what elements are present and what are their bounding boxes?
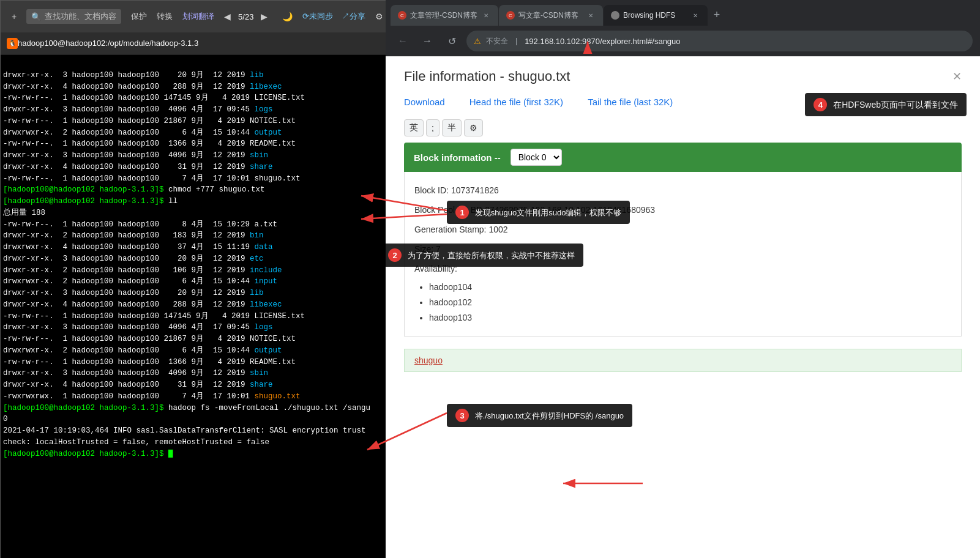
head-file-link[interactable]: Head the file (first 32K) [469, 97, 563, 107]
address-bar[interactable]: ⚠ 不安全 | 192.168.10.102:9870/explorer.htm… [466, 31, 973, 51]
tab-close-1[interactable]: ✕ [481, 10, 491, 20]
browser-window: C 文章管理-CSDN博客 ✕ C 写文章-CSDN博客 ✕ Browsing … [386, 0, 980, 558]
annotation-3-box: 3 将./shuguo.txt文件剪切到HDFS的 /sanguo [447, 404, 632, 427]
ime-toolbar: 英 ; 半 ⚙ [404, 119, 962, 136]
browser-toolbar: ← → ↺ ⚠ 不安全 | 192.168.10.102:9870/explor… [386, 26, 980, 56]
tab-article-manage[interactable]: C 文章管理-CSDN博客 ✕ [391, 5, 498, 26]
terminal-icon: 🐧 [7, 38, 18, 49]
add-tab-button[interactable]: + [7, 9, 21, 24]
forward-button[interactable]: → [417, 31, 437, 51]
share-btn[interactable]: ↗分享 [342, 11, 365, 22]
tab-close-3[interactable]: ✕ [690, 10, 700, 20]
hdfs-favicon [611, 11, 619, 20]
toolbar-translate[interactable]: 划词翻译 [182, 11, 214, 22]
toolbar-convert[interactable]: 转换 [157, 11, 173, 22]
csdn-favicon-2: C [506, 11, 515, 20]
bottom-panel: shuguo [404, 349, 962, 372]
terminal-title-text: hadoop100@hadoop102:/opt/module/hadoop-3… [18, 39, 416, 48]
search-icon: 🔍 [31, 12, 41, 21]
sync-btn[interactable]: ⟳未同步 [302, 11, 333, 22]
close-panel-icon[interactable]: ✕ [952, 70, 962, 83]
ime-semicolon-btn[interactable]: ; [426, 119, 440, 136]
block-select[interactable]: Block 0 [511, 149, 562, 166]
tab-close-2[interactable]: ✕ [586, 10, 596, 20]
file-info-header: File information - shuguo.txt ✕ [404, 69, 962, 84]
node-3: hadoop103 [429, 310, 951, 326]
new-tab-button[interactable]: + [708, 6, 725, 23]
search-placeholder[interactable]: 查找功能、文档内容 [45, 11, 116, 22]
toolbar-protect[interactable]: 保护 [131, 11, 147, 22]
file-info-panel: File information - shuguo.txt ✕ Download… [386, 56, 980, 558]
availability-list: hadoop104 hadoop102 hadoop103 [414, 280, 951, 326]
download-link[interactable]: Download [404, 97, 445, 107]
annotation-1-box: 1 发现shuguo文件刚用sudo编辑，权限不够 [447, 201, 630, 224]
annotation-text-1: 发现shuguo文件刚用sudo编辑，权限不够 [475, 208, 622, 217]
next-page-btn[interactable]: ▶ [256, 9, 272, 24]
node-1: hadoop104 [429, 280, 951, 295]
page-indicator: ◀ 5/23 ▶ [219, 9, 272, 24]
annotation-text-3: 将./shuguo.txt文件剪切到HDFS的 /sanguo [475, 411, 624, 420]
back-button[interactable]: ← [393, 31, 413, 51]
annotation-number-4: 4 [814, 98, 827, 111]
tab-label-1: 文章管理-CSDN博客 [410, 10, 477, 21]
prev-page-btn[interactable]: ◀ [219, 9, 236, 24]
annotation-number-3: 3 [455, 409, 469, 422]
url-text: 192.168.10.102:9870/explorer.html#/sangu… [525, 37, 965, 46]
reload-button[interactable]: ↺ [442, 31, 462, 51]
annotation-number-1: 1 [455, 206, 469, 219]
block-info-label: Block information -- [414, 152, 501, 163]
ime-half-btn[interactable]: 半 [442, 119, 462, 136]
csdn-favicon-1: C [398, 11, 406, 20]
annotation-text-4: 在HDFSweb页面中可以看到文件 [833, 100, 958, 110]
block-info-header: Block information -- Block 0 [404, 143, 962, 172]
file-info-title: File information - shuguo.txt [404, 69, 570, 84]
security-warning: ⚠ [474, 37, 481, 46]
annotation-4-box: 4 在HDFSweb页面中可以看到文件 [805, 93, 967, 116]
node-2: hadoop102 [429, 295, 951, 310]
ime-settings-btn[interactable]: ⚙ [464, 119, 483, 136]
browser-tabs: C 文章管理-CSDN博客 ✕ C 写文章-CSDN博客 ✕ Browsing … [386, 0, 980, 26]
tab-label-3: Browsing HDFS [623, 11, 687, 20]
shuguo-link[interactable]: shuguo [414, 355, 443, 365]
annotation-text-2: 为了方便，直接给所有权限，实战中不推荐这样 [408, 251, 575, 260]
night-mode-btn[interactable]: 🌙 [277, 9, 297, 24]
browser-chrome: C 文章管理-CSDN博客 ✕ C 写文章-CSDN博客 ✕ Browsing … [386, 0, 980, 56]
annotation-2-box: 2 为了方便，直接给所有权限，实战中不推荐这样 [380, 244, 583, 267]
tab-hdfs[interactable]: Browsing HDFS ✕ [604, 5, 708, 26]
browser-content: File information - shuguo.txt ✕ Download… [386, 56, 980, 558]
search-bar: 🔍 查找功能、文档内容 [26, 9, 121, 24]
block-id: Block ID: 1073741826 [414, 182, 951, 199]
tab-label-2: 写文章-CSDN博客 [518, 10, 582, 21]
ime-english-btn[interactable]: 英 [404, 119, 424, 136]
insecure-label: 不安全 [486, 36, 508, 46]
tab-write-article[interactable]: C 写文章-CSDN博客 ✕ [499, 5, 603, 26]
annotation-number-2: 2 [388, 248, 402, 262]
tail-file-link[interactable]: Tail the file (last 32K) [588, 97, 673, 107]
